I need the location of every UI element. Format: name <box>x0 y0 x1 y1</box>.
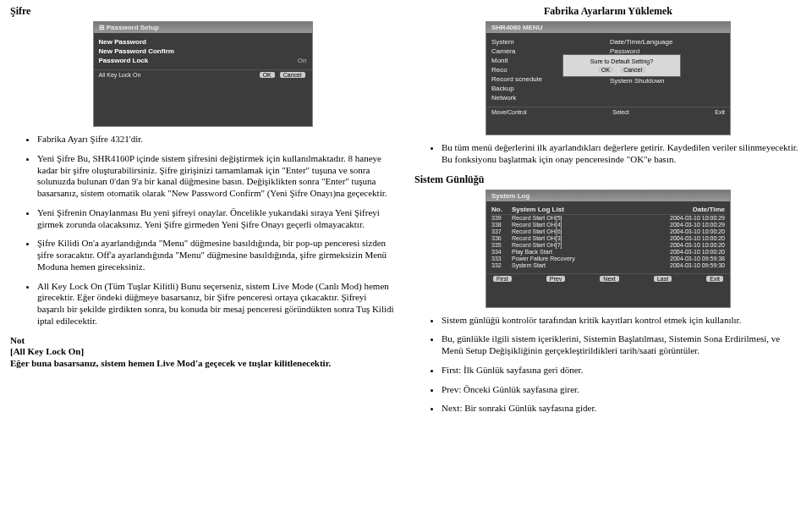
list-item: Sistem günlüğü kontrolör tarafından krit… <box>442 315 802 327</box>
list-item: Bu, günlükle ilgili sistem içeriklerini,… <box>442 333 802 357</box>
window-icon: ⊞ <box>99 24 105 31</box>
list-item: First: İlk Günlük sayfasına geri döner. <box>442 365 802 377</box>
pw-row-label: New Password Confirm <box>99 47 174 55</box>
table-row: 336Record Start OH[3]2004-03-10 10:00:20 <box>491 235 725 242</box>
window-title: System Log <box>486 190 730 201</box>
table-row: 332System Start2004-03-10 09:59:30 <box>491 262 725 269</box>
last-button[interactable]: Last <box>654 276 672 282</box>
exit-button[interactable]: Exit <box>706 276 723 282</box>
dialog-text: Sure to Default Setting? <box>567 58 677 64</box>
pw-row-label: New Password <box>99 38 146 46</box>
list-item: Bu tüm menü değerlerini ilk ayarlandıkla… <box>442 142 802 166</box>
ok-button[interactable]: OK <box>598 67 613 73</box>
table-row: 339Record Start OH[5]2004-03-10 10:00:29 <box>491 215 725 222</box>
table-row: 333Power Failure Recovery2004-03-10 09:5… <box>491 256 725 262</box>
menu-item[interactable]: Network <box>491 93 606 102</box>
list-item: Next: Bir sonraki Günlük sayfasına gider… <box>442 403 802 415</box>
note-label: Not <box>10 335 395 347</box>
list-item: Şifre Kilidi On'a ayarlandığında "Menu" … <box>37 238 395 272</box>
list-item: Prev: Önceki Günlük sayfasına girer. <box>442 384 802 396</box>
menu-item[interactable]: Backup <box>491 84 606 93</box>
list-item: Yeni Şifre Bu, SHR4160P içinde sistem şi… <box>37 153 395 200</box>
note-line: Eğer buna basarsanız, sistem hemen Live … <box>10 358 395 370</box>
menu-item[interactable]: System <box>491 37 606 47</box>
cancel-button[interactable]: Cancel <box>620 67 645 73</box>
table-row: 337Record Start OH[6]2004-03-10 10:00:20 <box>491 228 725 235</box>
nav-hint: Move/Control <box>491 109 527 115</box>
system-log-screenshot: System Log No. System Log List Date/Time… <box>486 190 731 308</box>
list-item: All Key Lock On (Tüm Tuşlar Kilitli) Bun… <box>37 281 395 327</box>
shr-menu-screenshot: SHR4080 MENU System Camera Monit Reco Re… <box>486 21 731 135</box>
all-key-lock-button[interactable]: All Key Lock On <box>99 72 141 78</box>
pw-row-label: Password Lock <box>99 57 149 64</box>
first-button[interactable]: First <box>493 276 512 282</box>
window-title: Password Setup <box>107 24 159 31</box>
confirm-dialog: Sure to Default Setting? OK Cancel <box>562 54 681 77</box>
menu-item[interactable]: System Shutdown <box>610 76 725 85</box>
next-button[interactable]: Next <box>600 276 618 282</box>
cancel-button[interactable]: Cancel <box>280 72 305 78</box>
col-header-date: Date/Time <box>640 206 725 213</box>
table-row: 334Play Back Start2004-03-10 10:00:20 <box>491 249 725 256</box>
password-setup-screenshot: ⊞ Password Setup New Password New Passwo… <box>93 21 313 127</box>
left-heading: Şifre <box>10 5 395 18</box>
right-heading: Fabrika Ayarlarını Yüklemek <box>414 5 802 18</box>
right-bullet-list-top: Bu tüm menü değerlerini ilk ayarlandıkla… <box>414 142 802 166</box>
note-line: [All Key Lock On] <box>10 346 395 358</box>
ok-button[interactable]: OK <box>260 72 275 78</box>
col-header-list: System Log List <box>512 206 640 213</box>
prev-button[interactable]: Prev <box>546 276 565 282</box>
table-row: 338Record Start OH[4]2004-03-10 10:00:29 <box>491 222 725 228</box>
pw-row-value[interactable]: On <box>298 57 307 64</box>
left-bullet-list: Fabrika Ayarı Şifre 4321'dir. Yeni Şifre… <box>10 134 395 327</box>
syslog-heading: Sistem Günlüğü <box>414 173 802 186</box>
list-item: Fabrika Ayarı Şifre 4321'dir. <box>37 134 395 146</box>
right-bullet-list-bottom: Sistem günlüğü kontrolör tarafından krit… <box>414 315 802 415</box>
list-item: Yeni Şifrenin Onaylanması Bu yeni şifrey… <box>37 207 395 231</box>
table-row: 335Record Start OH[7]2004-03-10 10:00:20 <box>491 242 725 249</box>
col-header-no: No. <box>491 206 512 213</box>
nav-hint: Exit <box>715 109 725 115</box>
nav-hint: Select <box>612 109 628 115</box>
menu-item[interactable]: Date/Time/Language <box>610 37 725 47</box>
window-title: SHR4080 MENU <box>486 22 730 33</box>
